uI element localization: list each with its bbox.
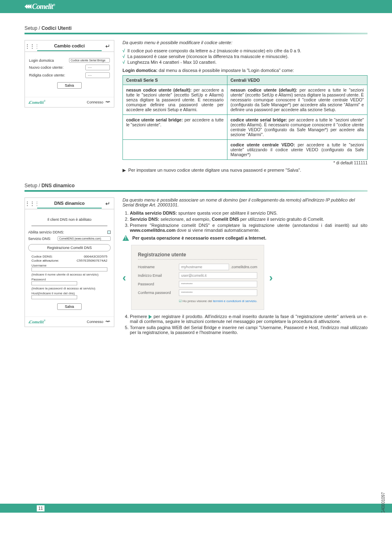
link-icon: [105, 320, 111, 324]
input-reg-password[interactable]: ********: [179, 281, 257, 287]
centrali-table: Centrali Serie S Centrali VEDO nessun co…: [122, 75, 368, 160]
section-divider: [24, 33, 368, 34]
step-5: Tornare sulla pagina WEB del Serial Brid…: [130, 325, 368, 335]
label-password: Password: [31, 278, 107, 281]
brand-logo: Comelit®: [24, 2, 55, 11]
section2-title: Setup / DNS dinamico: [24, 183, 368, 188]
label-nuovo-codice: Nuovo codice utente:: [29, 65, 64, 69]
input-host[interactable]: [31, 295, 77, 299]
section-divider: [24, 190, 368, 192]
chevron-left-icon[interactable]: ‹: [122, 272, 126, 283]
rule-2: √La password è case sensitve (riconosce …: [122, 54, 368, 59]
bullet-save: ▶Per impostare un nuovo codice utente di…: [122, 168, 368, 173]
edition-code: 1° edizione 05/2014 cod. 2G40001097: [381, 492, 385, 513]
input-confirm-password[interactable]: ********: [179, 289, 257, 296]
rule-3: √Lunghezza Min 4 caratteri - Max 10 cara…: [122, 60, 368, 65]
label-username: Username: [31, 264, 107, 267]
tab-dns-dinamico[interactable]: DNS dinamico: [37, 199, 102, 208]
status-connesso: Connesso: [87, 320, 111, 324]
input-email[interactable]: user@comelit.it: [179, 272, 257, 279]
value-codice-ddns: 0004A3CED575: [84, 255, 107, 258]
top-header: Comelit®: [0, 0, 392, 13]
cell-r3c2: codice utente centrale VEDO: per acceder…: [227, 140, 368, 160]
input-nuovo-codice[interactable]: ····: [85, 65, 110, 70]
footer-logo: «Comelit®: [28, 100, 45, 105]
terms-row: ☑ Ho preso visione dei termini e condizi…: [179, 299, 257, 303]
help-password: (Indicare la password di accesso al serv…: [31, 287, 107, 290]
label-reg-password: Password: [138, 282, 179, 286]
label-service-dns: Servizio DNS:: [28, 237, 51, 241]
register-comelit-dns-button[interactable]: Registrazione Comelit DNS: [28, 244, 111, 251]
step-1: Abilita servizio DDNS: spuntare questa v…: [130, 211, 368, 215]
label-login-domotica: Login domotica: [29, 58, 54, 63]
menu-icon[interactable]: ⋮⋮⋮: [25, 201, 37, 206]
dns-intro: Da questo menu è possibile associare un …: [122, 197, 368, 207]
label-ridigita-codice: Ridigita codice utente:: [29, 73, 65, 77]
section1-title: Setup / Codici Utenti: [24, 25, 368, 31]
label-codice-attivazione: Codice attivazione:: [31, 259, 59, 262]
cell-r1c1: nessun codice utente (default): per acce…: [123, 85, 227, 115]
step-3: Premere "Registrazione comelit DNS" e co…: [130, 223, 368, 233]
label-host: Host(Indicare il nome del dns): [31, 291, 107, 295]
select-service-dns[interactable]: ComelitDNS (www.comelitdns.com): [58, 236, 111, 241]
warning-row: Per questa operazione è necessario esser…: [122, 235, 368, 241]
play-icon: [149, 315, 152, 319]
save-button[interactable]: Salva: [57, 303, 82, 310]
chevron-right-icon[interactable]: ›: [269, 272, 273, 283]
cambio-codici-panel: ⋮⋮⋮ Cambio codici ↵ Login domotica Codic…: [24, 40, 114, 108]
terms-link[interactable]: termini e condizioni di servizio.: [213, 299, 258, 303]
page-number: 11: [37, 505, 45, 511]
help-username: (Indicare il nome utente di accesso al s…: [31, 273, 107, 276]
login-description: Login domotica: dal menu a discesa è pos…: [122, 68, 368, 73]
footer-logo: «Comelit®: [28, 319, 45, 324]
enter-icon[interactable]: ↵: [102, 43, 114, 49]
page-footer: 11: [0, 504, 392, 513]
value-codice-attivazione: C557E350907E74A2: [77, 259, 107, 262]
checkbox-enable-ddns[interactable]: [107, 231, 111, 234]
label-codice-ddns: Codice DDNS:: [31, 255, 53, 258]
cell-r2c2: codice utente serial bridge: per acceder…: [227, 115, 368, 140]
input-username[interactable]: [31, 267, 107, 271]
cell-r1c2: nessun codice utente (default): per acce…: [227, 85, 368, 115]
select-login-domotica[interactable]: Codice utente Serial Bridge: [69, 58, 110, 63]
th-vedo: Centrali VEDO: [227, 76, 368, 85]
input-ridigita-codice[interactable]: ····: [85, 72, 110, 78]
rule-1: √Il codice può essere composto da letter…: [122, 48, 368, 53]
dns-panel: ⋮⋮⋮ DNS dinamico ↵ Il client DNS non è a…: [24, 197, 114, 327]
enter-icon[interactable]: ↵: [102, 200, 114, 207]
cell-r3c1: [123, 140, 227, 160]
th-serie-s: Centrali Serie S: [123, 76, 227, 85]
input-password[interactable]: [31, 281, 77, 285]
step-2: Servizio DNS: selezionare, ad esempio, C…: [130, 217, 368, 222]
label-confirm-password: Conferma password: [138, 291, 179, 295]
link-icon: [105, 100, 111, 104]
intro-text: Da questo menu è possibile modificare il…: [122, 40, 368, 45]
cell-r2c1: codice utente serial bridge: per acceder…: [123, 115, 227, 140]
label-email: Indirizzo Email: [138, 274, 179, 278]
menu-icon[interactable]: ⋮⋮⋮: [25, 43, 37, 49]
label-hostname: Hostname: [138, 265, 179, 269]
registration-box: Registrazione utente Hostname myhostname…: [131, 245, 264, 310]
reg-title: Registrazione utente: [138, 252, 257, 258]
input-hostname[interactable]: myhostname: [179, 264, 229, 270]
table-footnote: * di default 111111: [122, 161, 368, 165]
tab-cambio-codici[interactable]: Cambio codici: [37, 41, 102, 51]
step-4: Premere per registrare il prodotto. All'…: [130, 314, 368, 324]
label-enable-ddns: Abilita servizio DDNS:: [28, 230, 64, 234]
save-button[interactable]: Salva: [57, 82, 82, 89]
status-connesso: Connesso: [87, 100, 111, 104]
warning-icon: [122, 235, 129, 241]
hostname-suffix: .comelitdns.com: [231, 265, 257, 269]
dns-disabled-text: Il client DNS non è abilitato: [28, 217, 111, 222]
